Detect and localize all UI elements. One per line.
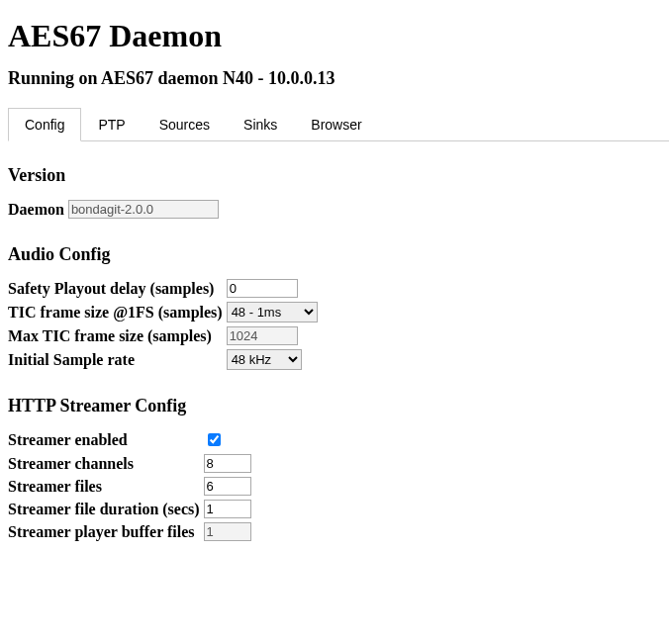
- tab-browser[interactable]: Browser: [294, 108, 378, 141]
- srate-label: Initial Sample rate: [8, 347, 227, 372]
- audio-form: Safety Playout delay (samples) TIC frame…: [8, 277, 322, 372]
- section-audio-heading: Audio Config: [8, 244, 669, 265]
- section-http-heading: HTTP Streamer Config: [8, 396, 669, 416]
- tic-frame-size-select[interactable]: 48 - 1ms: [227, 302, 318, 322]
- tab-ptp[interactable]: PTP: [81, 108, 142, 141]
- tab-sinks[interactable]: Sinks: [227, 108, 294, 141]
- streamer-duration-input[interactable]: [204, 500, 251, 518]
- sample-rate-select[interactable]: 48 kHz: [227, 349, 302, 370]
- streamer-dur-label: Streamer file duration (secs): [8, 498, 204, 520]
- tab-sources[interactable]: Sources: [143, 108, 227, 141]
- tab-bar: Config PTP Sources Sinks Browser: [8, 107, 669, 141]
- max-tic-input: [227, 326, 298, 345]
- page-title: AES67 Daemon: [8, 18, 669, 54]
- daemon-label: Daemon: [8, 198, 68, 221]
- page-subtitle: Running on AES67 daemon N40 - 10.0.0.13: [8, 68, 669, 89]
- daemon-version-field: [68, 200, 219, 219]
- streamer-channels-input[interactable]: [204, 454, 251, 473]
- safety-label: Safety Playout delay (samples): [8, 277, 227, 300]
- streamer-channels-label: Streamer channels: [8, 452, 204, 475]
- streamer-enabled-label: Streamer enabled: [8, 428, 204, 452]
- maxtic-label: Max TIC frame size (samples): [8, 324, 227, 347]
- safety-delay-input[interactable]: [227, 279, 298, 298]
- tab-config[interactable]: Config: [8, 108, 81, 141]
- section-version-heading: Version: [8, 165, 669, 186]
- version-form: Daemon: [8, 198, 223, 221]
- tic1fs-label: TIC frame size @1FS (samples): [8, 300, 227, 324]
- streamer-buffer-input: [204, 522, 251, 541]
- streamer-files-input[interactable]: [204, 477, 251, 496]
- streamer-buf-label: Streamer player buffer files: [8, 520, 204, 543]
- http-form: Streamer enabled Streamer channels Strea…: [8, 428, 255, 543]
- streamer-files-label: Streamer files: [8, 475, 204, 498]
- streamer-enabled-checkbox[interactable]: [208, 433, 221, 446]
